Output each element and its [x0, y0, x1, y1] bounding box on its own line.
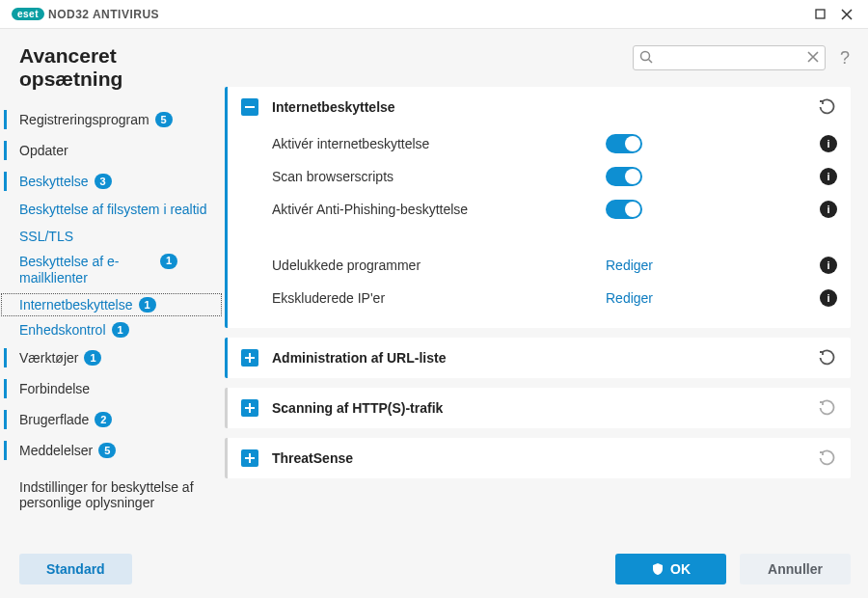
- expand-icon[interactable]: [241, 349, 258, 367]
- edit-excluded-apps-link[interactable]: Rediger: [606, 258, 653, 273]
- nav-item-ui[interactable]: Brugerflade 2: [0, 404, 223, 435]
- cancel-button[interactable]: Annuller: [740, 554, 851, 584]
- nav-badge: 1: [139, 297, 156, 313]
- nav-sub-internet-protection[interactable]: Internetbeskyttelse 1: [0, 292, 223, 317]
- setting-row-excluded-apps: Udelukkede programmer Rediger i: [272, 249, 837, 282]
- setting-label: Scan browserscripts: [272, 169, 606, 184]
- nav-item-label: Meddelelser: [19, 443, 93, 458]
- revert-icon[interactable]: [816, 347, 837, 368]
- setting-row-enable-internet: Aktivér internetbeskyttelse i: [272, 127, 837, 160]
- help-button[interactable]: ?: [835, 48, 854, 68]
- nav-sub-label: Internetbeskyttelse: [19, 297, 133, 313]
- brand-product: NOD32 ANTIVIRUS: [48, 8, 159, 21]
- nav-badge: 1: [160, 254, 177, 269]
- info-icon[interactable]: i: [820, 257, 837, 274]
- titlebar: eset NOD32 ANTIVIRUS: [0, 0, 868, 29]
- nav-badge: 2: [95, 412, 112, 427]
- nav-sub-emailclients[interactable]: Beskyttelse af e-mailklienter 1: [0, 249, 223, 292]
- shield-icon: [651, 562, 665, 576]
- toggle-scan-browserscripts[interactable]: [606, 167, 642, 186]
- sidebar: Avanceret opsætning Registreringsprogram…: [0, 29, 223, 598]
- setting-row-scan-browserscripts: Scan browserscripts i: [272, 160, 837, 193]
- nav-item-label: Indstillinger for beskyttelse af personl…: [19, 479, 213, 510]
- search-box: [633, 45, 826, 70]
- nav-item-update[interactable]: Opdater: [0, 135, 223, 166]
- nav-sub-realtime-fs[interactable]: Beskyttelse af filsystem i realtid: [0, 197, 223, 224]
- nav-sub-label: Beskyttelse af filsystem i realtid: [19, 202, 207, 219]
- panel-internet-protection: Internetbeskyttelse Aktivér internetbesk…: [225, 87, 851, 328]
- ok-button[interactable]: OK: [615, 554, 726, 584]
- revert-icon[interactable]: [816, 448, 837, 469]
- svg-rect-0: [816, 10, 825, 18]
- expand-icon[interactable]: [241, 399, 258, 417]
- nav-sub-label: Beskyttelse af e-mailklienter: [19, 254, 154, 287]
- setting-label: Ekskluderede IP'er: [272, 290, 606, 306]
- nav-item-detection[interactable]: Registreringsprogram 5: [0, 104, 223, 135]
- nav-badge: 3: [95, 174, 112, 189]
- nav-item-label: Beskyttelse: [19, 174, 89, 189]
- panel-url-admin: Administration af URL-liste: [225, 338, 851, 378]
- page-title: Avanceret opsætning: [0, 42, 223, 95]
- search-input[interactable]: [633, 45, 826, 70]
- svg-rect-8: [249, 453, 251, 463]
- panel-title: Scanning af HTTP(S)-trafik: [272, 400, 802, 416]
- panel-title: ThreatSense: [272, 450, 802, 466]
- window-close-button[interactable]: [833, 3, 860, 26]
- toggle-antiphishing[interactable]: [606, 200, 642, 219]
- brand-badge: eset: [12, 8, 44, 20]
- nav-badge: 5: [155, 112, 173, 127]
- nav-item-label: Brugerflade: [19, 412, 89, 427]
- window-maximize-button[interactable]: [806, 3, 833, 26]
- svg-rect-4: [249, 353, 251, 363]
- nav-item-tools[interactable]: Værktøjer 1: [0, 342, 223, 373]
- nav-badge: 1: [84, 350, 101, 366]
- nav-sub-label: SSL/TLS: [19, 229, 73, 244]
- info-icon[interactable]: i: [820, 201, 837, 218]
- panel-title: Internetbeskyttelse: [272, 99, 802, 115]
- svg-point-1: [641, 52, 650, 61]
- nav-badge: 1: [112, 322, 129, 338]
- nav-sub-label: Enhedskontrol: [19, 322, 106, 338]
- nav-item-notifications[interactable]: Meddelelser 5: [0, 435, 223, 466]
- panel-threatsense: ThreatSense: [225, 438, 851, 478]
- svg-rect-6: [249, 403, 251, 413]
- info-icon[interactable]: i: [820, 168, 837, 185]
- setting-label: Udelukkede programmer: [272, 258, 606, 273]
- setting-label: Aktivér internetbeskyttelse: [272, 136, 606, 151]
- edit-excluded-ips-link[interactable]: Rediger: [606, 290, 653, 306]
- expand-icon[interactable]: [241, 449, 258, 467]
- setting-label: Aktivér Anti-Phishing-beskyttelse: [272, 202, 606, 217]
- nav-badge: 5: [98, 443, 116, 458]
- svg-rect-2: [245, 106, 255, 108]
- info-icon[interactable]: i: [820, 135, 837, 152]
- nav-item-label: Forbindelse: [19, 381, 90, 396]
- brand: eset NOD32 ANTIVIRUS: [12, 8, 159, 21]
- top-tools: ?: [223, 29, 868, 87]
- nav-sub-device-control[interactable]: Enhedskontrol 1: [0, 317, 223, 342]
- toggle-enable-internet[interactable]: [606, 134, 642, 153]
- revert-icon[interactable]: [816, 397, 837, 419]
- nav-item-protection[interactable]: Beskyttelse 3: [0, 166, 223, 197]
- nav-item-label: Opdater: [19, 143, 68, 158]
- info-icon[interactable]: i: [820, 289, 837, 307]
- nav: Registreringsprogram 5 Opdater Beskyttel…: [0, 95, 223, 598]
- collapse-icon[interactable]: [241, 98, 258, 116]
- nav-item-label: Registreringsprogram: [19, 112, 149, 127]
- nav-item-privacy[interactable]: Indstillinger for beskyttelse af personl…: [0, 466, 223, 518]
- panel-title: Administration af URL-liste: [272, 350, 802, 366]
- nav-item-label: Værktøjer: [19, 350, 78, 366]
- setting-row-excluded-ips: Ekskluderede IP'er Rediger i: [272, 282, 837, 314]
- search-icon: [638, 49, 654, 65]
- clear-icon[interactable]: [806, 50, 820, 64]
- panel-https-scan: Scanning af HTTP(S)-trafik: [225, 388, 851, 428]
- nav-sub-ssltls[interactable]: SSL/TLS: [0, 224, 223, 249]
- setting-row-antiphishing: Aktivér Anti-Phishing-beskyttelse i: [272, 193, 837, 226]
- nav-item-connection[interactable]: Forbindelse: [0, 373, 223, 404]
- revert-icon[interactable]: [816, 96, 837, 118]
